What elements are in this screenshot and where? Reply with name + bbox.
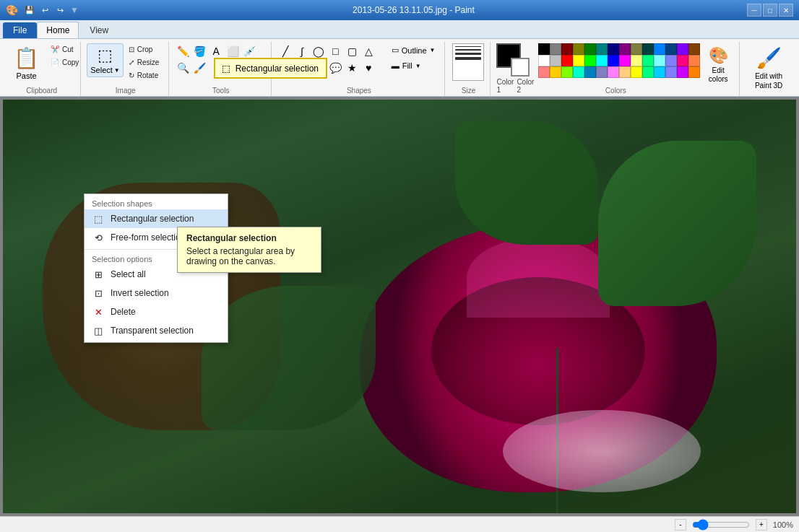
color2-box[interactable] [511, 58, 530, 77]
color-swatch[interactable] [654, 66, 665, 78]
rect-shape[interactable]: □ [327, 43, 343, 59]
eraser-tool[interactable]: ⬜ [225, 43, 241, 59]
color-swatch[interactable] [584, 55, 596, 66]
clipboard-group: 📋 Paste ✂️ Cut 📄 Copy Clipbo [3, 42, 81, 96]
color-swatch[interactable] [538, 55, 550, 66]
color-swatch[interactable] [631, 66, 642, 78]
delete-text: Delete [111, 307, 136, 317]
triangle-shape[interactable]: △ [360, 43, 376, 59]
redo-button[interactable]: ↪ [53, 4, 66, 17]
color-picker-tool[interactable]: 💉 [241, 43, 257, 59]
color-swatch[interactable] [608, 66, 619, 78]
zoom-slider[interactable] [692, 519, 750, 531]
color-swatch[interactable] [677, 66, 688, 78]
outline-button[interactable]: ▭ Outline ▼ [386, 43, 441, 57]
curve-shape[interactable]: ∫ [294, 43, 310, 59]
tooltip-description: Select a rectangular area by drawing on … [186, 246, 312, 266]
size-selector[interactable] [452, 43, 484, 81]
delete-item[interactable]: ✕ Delete [85, 302, 228, 321]
rectangular-selection-item[interactable]: ⬚ Rectangular selection [85, 209, 228, 228]
tab-home[interactable]: Home [37, 22, 79, 38]
color-swatch[interactable] [608, 55, 619, 66]
window-title: 2013-05-26 13.11.05.jpg - Paint [80, 5, 747, 15]
color-swatch[interactable] [688, 66, 700, 78]
fill-button[interactable]: ▬ Fill ▼ [386, 59, 441, 72]
color-swatch[interactable] [642, 66, 654, 78]
color-swatch[interactable] [561, 66, 573, 78]
color-swatch[interactable] [550, 55, 561, 66]
edit-paint3d-button[interactable]: 🖌️ Edit with Paint 3D [746, 43, 792, 93]
fill-tool[interactable]: 🪣 [191, 43, 207, 59]
maximize-button[interactable]: □ [763, 4, 777, 17]
save-button[interactable]: 💾 [23, 4, 36, 17]
close-button[interactable]: ✕ [779, 4, 793, 17]
color-swatch[interactable] [665, 43, 677, 55]
diamond-shape[interactable]: ◇ [277, 60, 293, 76]
select-button[interactable]: ⬚ Select ▼ [87, 43, 124, 77]
star-shape[interactable]: ★ [344, 60, 360, 76]
heart-shape[interactable]: ♥ [360, 60, 376, 76]
color-swatch[interactable] [619, 66, 631, 78]
resize-button[interactable]: ⤢ Resize [125, 56, 163, 69]
text-tool[interactable]: A [208, 43, 224, 59]
tab-file[interactable]: File [3, 22, 37, 38]
color-swatch[interactable] [654, 43, 665, 55]
zoom-in-button[interactable]: + [756, 519, 767, 531]
color-swatch[interactable] [596, 55, 608, 66]
app-window: 🎨 💾 ↩ ↪ ▼ 2013-05-26 13.11.05.jpg - Pain… [0, 0, 799, 532]
color-swatch[interactable] [561, 43, 573, 55]
color-swatch[interactable] [677, 55, 688, 66]
rounded-rect-shape[interactable]: ▢ [344, 43, 360, 59]
color-swatch[interactable] [573, 43, 584, 55]
cut-button[interactable]: ✂️ Cut [47, 43, 82, 56]
color-swatch[interactable] [688, 43, 700, 55]
zoom-out-button[interactable]: - [675, 519, 686, 531]
color-swatch[interactable] [631, 43, 642, 55]
color-swatch[interactable] [538, 66, 550, 78]
color-swatch[interactable] [631, 55, 642, 66]
color-swatch[interactable] [642, 43, 654, 55]
transparent-selection-item[interactable]: ◫ Transparent selection [85, 321, 228, 340]
crop-button[interactable]: ⊡ Crop [125, 43, 163, 56]
color-swatch[interactable] [688, 55, 700, 66]
undo-button[interactable]: ↩ [38, 4, 51, 17]
color-swatch[interactable] [584, 43, 596, 55]
title-bar: 🎨 💾 ↩ ↪ ▼ 2013-05-26 13.11.05.jpg - Pain… [0, 0, 799, 20]
paste-button[interactable]: 📋 Paste [7, 43, 46, 83]
line-shape[interactable]: ╱ [277, 43, 293, 59]
color-swatch[interactable] [596, 43, 608, 55]
color-swatch[interactable] [665, 66, 677, 78]
edit-colors-button[interactable]: 🎨 Edit colors [701, 43, 735, 87]
color-swatch[interactable] [550, 66, 561, 78]
minimize-button[interactable]: ─ [747, 4, 761, 17]
color-swatch[interactable] [608, 43, 619, 55]
tooltip: Rectangular selection Select a rectangul… [177, 227, 321, 273]
color-swatch[interactable] [573, 55, 584, 66]
magnifier-tool[interactable]: 🔍 [175, 60, 191, 76]
color-swatch[interactable] [642, 55, 654, 66]
canvas-area[interactable]: Selection shapes ⬚ Rectangular selection… [0, 97, 799, 516]
color-swatch[interactable] [561, 55, 573, 66]
oval-shape[interactable]: ◯ [311, 43, 327, 59]
freeform-icon: ⟲ [92, 231, 105, 244]
arrow-shape[interactable]: → [311, 60, 327, 76]
rotate-button[interactable]: ↻ Rotate [125, 69, 163, 82]
copy-button[interactable]: 📄 Copy [47, 56, 82, 69]
color-swatch[interactable] [654, 55, 665, 66]
brush-tool[interactable]: 🖌️ [191, 60, 207, 76]
color-swatch[interactable] [619, 55, 631, 66]
tab-view[interactable]: View [80, 22, 118, 38]
color-swatch[interactable] [573, 66, 584, 78]
color-swatch[interactable] [619, 43, 631, 55]
callout-shape[interactable]: 💬 [327, 60, 343, 76]
color-swatch[interactable] [550, 43, 561, 55]
pentagon-shape[interactable]: ⬠ [294, 60, 310, 76]
color-swatch[interactable] [665, 55, 677, 66]
shapes-group: ╱ ∫ ◯ □ ▢ △ ◇ ⬠ → 💬 ★ ♥ [273, 42, 445, 96]
invert-selection-item[interactable]: ⊡ Invert selection [85, 284, 228, 302]
color-swatch[interactable] [538, 43, 550, 55]
color-swatch[interactable] [596, 66, 608, 78]
pencil-tool[interactable]: ✏️ [175, 43, 191, 59]
color-swatch[interactable] [584, 66, 596, 78]
color-swatch[interactable] [677, 43, 688, 55]
